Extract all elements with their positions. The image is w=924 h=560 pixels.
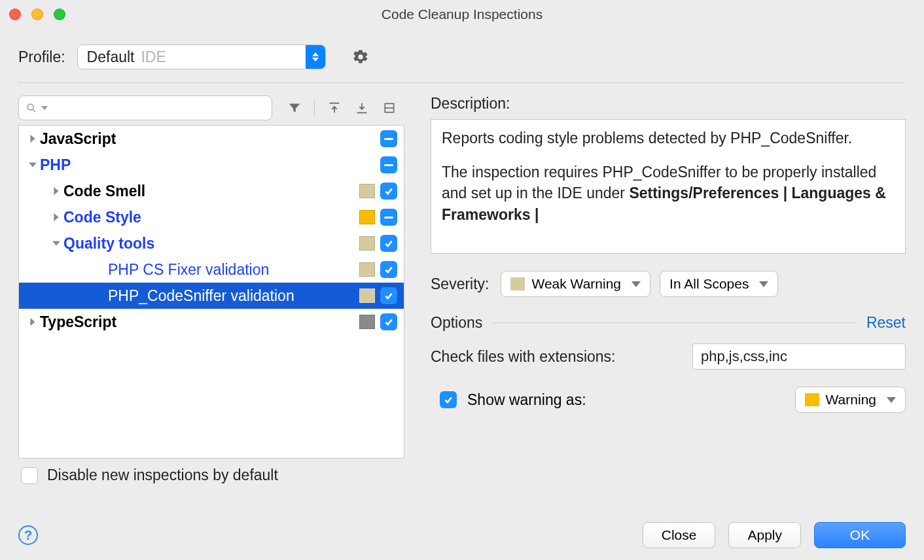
disable-new-label: Disable new inspections by default (47, 466, 278, 484)
disable-new-row: Disable new inspections by default (18, 459, 404, 484)
tree-checkbox[interactable] (380, 156, 397, 173)
tree-item-label: Code Style (63, 209, 141, 226)
tree-item-label: TypeScript (40, 313, 116, 331)
desc-p1: Reports coding style problems detected b… (442, 128, 895, 149)
tree-checkbox[interactable] (380, 130, 397, 147)
reset-link[interactable]: Reset (866, 314, 906, 332)
tool-icons (287, 99, 397, 116)
right-pane: Description: Reports coding style proble… (431, 95, 906, 484)
severity-swatch-icon (359, 236, 375, 251)
tree-item-label: PHP_CodeSniffer validation (108, 287, 294, 305)
options-header: Options Reset (431, 314, 906, 332)
chevron-down-icon (631, 281, 641, 287)
left-pane: JavaScriptPHPCode SmellCode StyleQuality… (18, 95, 404, 484)
profile-value: Default (87, 48, 135, 66)
window-zoom-icon[interactable] (54, 9, 65, 20)
tree-checkbox[interactable] (380, 313, 397, 330)
scope-value: In All Scopes (669, 276, 749, 292)
content: JavaScriptPHPCode SmellCode StyleQuality… (0, 83, 924, 484)
search-input[interactable] (18, 96, 272, 120)
tree-row[interactable]: JavaScript (19, 126, 404, 152)
show-warning-value: Warning (826, 392, 876, 408)
severity-swatch-icon (359, 210, 375, 224)
chevron-right-icon (26, 318, 40, 326)
show-warning-label: Show warning as: (467, 391, 586, 409)
severity-dropdown[interactable]: Weak Warning (501, 271, 650, 297)
chevron-down-icon (887, 397, 896, 403)
description-box: Reports coding style problems detected b… (431, 119, 906, 254)
extensions-input[interactable] (692, 343, 906, 370)
toolbar (18, 95, 404, 121)
profile-suffix: IDE (141, 48, 166, 66)
tree-row[interactable]: TypeScript (19, 309, 404, 335)
expand-all-icon[interactable] (327, 100, 342, 116)
ok-button[interactable]: OK (814, 522, 906, 548)
profile-row: Profile: Default IDE (0, 29, 924, 82)
tree-checkbox[interactable] (380, 235, 397, 252)
footer-buttons: Close Apply OK (643, 522, 906, 548)
svg-line-1 (33, 109, 35, 112)
show-warning-row: Show warning as: Warning (431, 387, 906, 413)
filter-icon[interactable] (287, 100, 302, 116)
profile-select[interactable]: Default IDE (77, 44, 326, 69)
close-button[interactable]: Close (643, 522, 716, 548)
show-warning-checkbox[interactable] (440, 391, 457, 408)
scope-dropdown[interactable]: In All Scopes (660, 271, 778, 297)
severity-label: Severity: (431, 275, 489, 293)
window-close-icon[interactable] (9, 9, 21, 20)
tree-item-label: Code Smell (63, 183, 145, 200)
tree-row[interactable]: PHP_CodeSniffer validation (19, 283, 404, 309)
warning-swatch-icon (805, 393, 819, 406)
chevron-right-icon (26, 135, 40, 143)
help-button[interactable]: ? (18, 525, 38, 545)
disable-new-checkbox[interactable] (21, 467, 38, 484)
description-label: Description: (431, 95, 906, 113)
severity-swatch-icon (510, 277, 525, 290)
severity-row: Severity: Weak Warning In All Scopes (431, 271, 906, 297)
tree-checkbox[interactable] (380, 287, 397, 304)
chevron-right-icon (49, 213, 63, 221)
tree-checkbox[interactable] (380, 261, 397, 278)
chevron-down-icon (759, 281, 768, 287)
gear-icon[interactable] (352, 48, 369, 65)
desc-p2: The inspection requires PHP_CodeSniffer … (442, 162, 895, 225)
svg-point-0 (27, 104, 33, 110)
window-title: Code Cleanup Inspections (0, 7, 924, 22)
show-warning-dropdown[interactable]: Warning (795, 387, 906, 413)
severity-swatch-icon (359, 262, 375, 277)
search-icon (26, 102, 37, 114)
tree-item-label: Quality tools (63, 235, 154, 253)
search-history-caret-icon (41, 106, 48, 110)
tree-row[interactable]: PHP CS Fixer validation (19, 256, 404, 283)
severity-swatch-icon (359, 315, 375, 329)
tree-checkbox[interactable] (380, 209, 397, 226)
tree-item-label: JavaScript (40, 130, 116, 148)
chevron-down-icon (26, 161, 40, 169)
options-divider (493, 323, 856, 323)
tree-row[interactable]: PHP (19, 152, 404, 178)
apply-button[interactable]: Apply (728, 522, 801, 548)
titlebar: Code Cleanup Inspections (0, 0, 924, 29)
dropdown-caret-icon (306, 45, 325, 69)
severity-value: Weak Warning (531, 276, 621, 292)
options-label: Options (431, 314, 482, 332)
separator (314, 99, 315, 116)
footer: ? Close Apply OK (18, 522, 906, 548)
inspections-tree[interactable]: JavaScriptPHPCode SmellCode StyleQuality… (18, 125, 404, 459)
tree-row[interactable]: Code Smell (19, 178, 404, 204)
tree-row[interactable]: Quality tools (19, 230, 404, 256)
extensions-row: Check files with extensions: (431, 343, 906, 370)
tree-item-label: PHP (40, 156, 71, 174)
square-icon[interactable] (382, 100, 397, 116)
tree-item-label: PHP CS Fixer validation (108, 261, 269, 279)
extensions-label: Check files with extensions: (431, 348, 679, 366)
tree-row[interactable]: Code Style (19, 204, 404, 230)
profile-label: Profile: (18, 48, 65, 66)
window-minimize-icon[interactable] (31, 9, 43, 20)
tree-checkbox[interactable] (380, 183, 397, 200)
chevron-right-icon (49, 187, 63, 195)
chevron-down-icon (49, 239, 63, 247)
traffic-lights (9, 9, 65, 20)
collapse-all-icon[interactable] (354, 100, 370, 116)
severity-swatch-icon (359, 289, 375, 303)
